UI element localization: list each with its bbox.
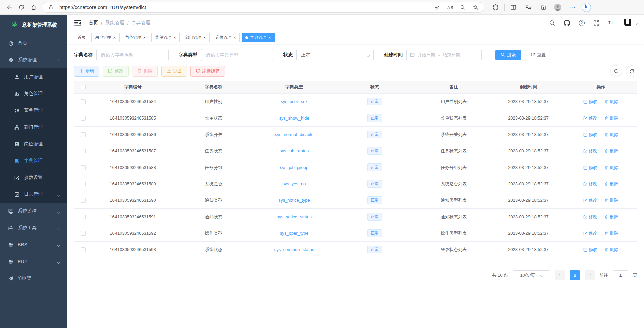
goto-page-input[interactable] <box>613 270 628 280</box>
row-checkbox[interactable] <box>81 99 86 104</box>
tab[interactable]: 首页 <box>74 33 89 42</box>
dict-type-link[interactable]: sys_notice_status <box>277 214 311 219</box>
refresh-table-button[interactable] <box>626 65 637 77</box>
row-delete-link[interactable]: 删除 <box>604 148 618 154</box>
dict-type-link[interactable]: sys_user_sex <box>281 99 307 104</box>
row-delete-link[interactable]: 删除 <box>604 181 618 187</box>
dict-type-link[interactable]: sys_normal_disable <box>275 132 314 137</box>
sidebar-item[interactable]: 系统监控 <box>0 203 67 220</box>
row-checkbox[interactable] <box>81 149 86 153</box>
row-edit-link[interactable]: 修改 <box>583 132 597 138</box>
refresh-icon[interactable] <box>15 2 28 13</box>
breadcrumb-item[interactable]: 字典管理 <box>132 20 150 26</box>
sidebar-item[interactable]: 用户管理 <box>0 68 67 85</box>
app-logo[interactable]: 意框架管理系统 <box>0 15 67 35</box>
breadcrumb-item[interactable]: 首页 <box>89 20 98 26</box>
show-search-toggle[interactable] <box>610 65 622 77</box>
tab[interactable]: 角色管理 × <box>122 33 150 42</box>
breadcrumb-item[interactable]: 系统管理 <box>105 20 124 26</box>
fullscreen-icon[interactable] <box>593 19 600 26</box>
row-checkbox[interactable] <box>81 165 86 170</box>
github-icon[interactable] <box>563 19 570 26</box>
profile-avatar[interactable] <box>552 2 564 13</box>
row-edit-link[interactable]: 修改 <box>583 99 597 105</box>
url-text[interactable]: https://ccnetcore.com:1101/system/dict <box>59 4 429 10</box>
home-icon[interactable] <box>28 2 40 13</box>
reset-button[interactable]: 重置 <box>525 50 551 60</box>
row-checkbox[interactable] <box>81 132 86 137</box>
password-key-icon[interactable] <box>433 3 442 12</box>
tab[interactable]: 字典管理 × <box>242 33 275 42</box>
dict-type-link[interactable]: sys_yes_no <box>283 181 306 186</box>
sidebar-item[interactable]: 日志管理 <box>0 186 67 203</box>
collections-icon[interactable] <box>537 2 549 13</box>
tab[interactable]: 部门管理 × <box>182 33 210 42</box>
search-icon[interactable] <box>549 19 555 26</box>
address-bar[interactable]: https://ccnetcore.com:1101/system/dict A <box>42 2 484 13</box>
split-screen-icon[interactable] <box>507 2 519 13</box>
close-icon[interactable]: × <box>173 35 176 40</box>
row-edit-link[interactable]: 修改 <box>583 247 597 253</box>
dict-name-input[interactable] <box>96 49 169 61</box>
select-all-checkbox[interactable] <box>81 85 86 89</box>
add-button[interactable]: 新增 <box>74 66 99 77</box>
row-checkbox[interactable] <box>81 231 86 236</box>
row-checkbox[interactable] <box>81 247 86 252</box>
collapse-sidebar-icon[interactable] <box>74 19 81 27</box>
close-icon[interactable]: × <box>143 35 146 40</box>
sidebar-item[interactable]: 岗位管理 <box>0 136 67 152</box>
settings-more-icon[interactable]: ··· <box>566 2 579 13</box>
row-delete-link[interactable]: 删除 <box>604 247 618 253</box>
row-delete-link[interactable]: 删除 <box>604 165 618 171</box>
close-icon[interactable]: × <box>203 35 206 40</box>
row-delete-link[interactable]: 删除 <box>604 197 618 203</box>
sidebar-item[interactable]: BBS <box>0 236 67 253</box>
row-edit-link[interactable]: 修改 <box>583 165 597 171</box>
close-icon[interactable]: × <box>233 35 236 40</box>
sidebar-item[interactable]: 参数设置 <box>0 169 67 186</box>
row-delete-link[interactable]: 删除 <box>604 214 618 220</box>
row-delete-link[interactable]: 删除 <box>604 132 618 138</box>
back-icon[interactable] <box>3 2 15 13</box>
row-edit-link[interactable]: 修改 <box>583 148 597 154</box>
dict-type-link[interactable]: sys_job_status <box>280 148 309 153</box>
row-delete-link[interactable]: 删除 <box>604 230 618 236</box>
close-icon[interactable]: × <box>268 35 271 40</box>
sidebar-item[interactable]: 角色管理 <box>0 85 67 102</box>
edit-button[interactable]: 修改 <box>103 66 129 77</box>
tab[interactable]: 用户管理 × <box>91 33 120 42</box>
sidebar-item[interactable]: Yi框架 <box>0 270 67 287</box>
sidebar-item[interactable]: 系统管理 <box>0 52 67 68</box>
row-edit-link[interactable]: 修改 <box>583 115 597 121</box>
row-edit-link[interactable]: 修改 <box>583 230 597 236</box>
refresh-cache-button[interactable]: 刷新缓存 <box>190 66 225 77</box>
close-icon[interactable]: × <box>113 35 116 40</box>
dict-type-link[interactable]: sys_show_hide <box>279 115 309 121</box>
row-delete-link[interactable]: 删除 <box>604 99 618 105</box>
row-edit-link[interactable]: 修改 <box>583 214 597 220</box>
row-edit-link[interactable]: 修改 <box>583 181 597 187</box>
date-range-picker[interactable]: 开始日期 - 结束日期 <box>406 49 482 61</box>
sidebar-item[interactable]: 部门管理 <box>0 119 67 136</box>
tab[interactable]: 岗位管理 × <box>212 33 240 42</box>
dict-type-link[interactable]: sys_oper_type <box>280 231 309 236</box>
row-checkbox[interactable] <box>81 182 86 186</box>
sidebar-item[interactable]: 菜单管理 <box>0 102 67 119</box>
user-avatar[interactable] <box>623 18 637 28</box>
favorite-star-icon[interactable] <box>471 3 480 12</box>
search-button[interactable]: 搜索 <box>495 50 521 60</box>
page-size-select[interactable]: 10条/页 <box>513 270 550 280</box>
extensions-icon[interactable] <box>490 2 502 13</box>
sidebar-item[interactable]: 字典管理 <box>0 152 67 169</box>
favorites-bar-icon[interactable] <box>522 2 534 13</box>
tab[interactable]: 菜单管理 × <box>151 33 180 42</box>
next-page-button[interactable] <box>585 270 595 280</box>
row-delete-link[interactable]: 删除 <box>604 115 618 121</box>
prev-page-button[interactable] <box>555 270 565 280</box>
dict-type-link[interactable]: sys_notice_type <box>278 198 310 203</box>
row-checkbox[interactable] <box>81 215 86 219</box>
read-aloud-icon[interactable]: A <box>446 3 454 12</box>
export-button[interactable]: 导出 <box>161 66 187 77</box>
status-select[interactable]: 正常 <box>296 49 374 61</box>
sidebar-item[interactable]: 系统工具 <box>0 220 67 236</box>
